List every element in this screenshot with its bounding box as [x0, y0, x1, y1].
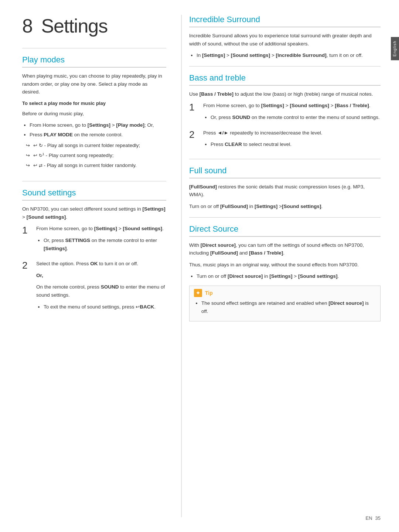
play-modes-before: Before or during music play,	[22, 110, 166, 118]
bass-step-2-wrapper: 2 Press ◄/► repeatedly to increase/decre…	[189, 129, 381, 152]
step-2-number: 2	[22, 260, 33, 271]
bass-treble-intro: Use [Bass / Treble] to adjust the low (b…	[189, 90, 381, 98]
list-item: Press CLEAR to select neutral level.	[211, 140, 381, 149]
play-modes-intro: When playing music, you can choose to pl…	[22, 72, 166, 96]
list-item: Turn on or off [Direct source] in [Setti…	[197, 272, 381, 280]
list-item: ↩ ⇄ - Play all songs in current folder r…	[26, 161, 166, 170]
list-item: Or, press SETTINGS on the remote control…	[44, 236, 166, 252]
full-sound-p2: Turn on or off [FullSound] in [Settings]…	[189, 202, 381, 211]
step-1-number: 1	[22, 225, 33, 236]
tip-label: Tip	[205, 290, 213, 296]
list-item: Or, press SOUND on the remote control to…	[211, 113, 381, 122]
incredible-surround-bullets: In [Settings] > [Sound settings] > [Incr…	[189, 51, 381, 59]
bass-step-1-wrapper: 1 From Home screen, go to [Settings] > […	[189, 102, 381, 125]
side-tab: English	[391, 37, 399, 60]
bass-step-2-number: 2	[189, 129, 200, 140]
chapter-number: 8	[22, 15, 33, 37]
step-1-bullets: Or, press SETTINGS on the remote control…	[36, 236, 166, 252]
step-2-main: Select the option. Press OK to turn it o…	[36, 260, 166, 268]
list-item: ↩ ↻ - Play all songs in current folder r…	[26, 141, 166, 150]
incredible-surround-heading: Incredible Surround	[189, 15, 381, 27]
divider-1	[22, 48, 166, 48]
bass-treble-heading: Bass and treble	[189, 73, 381, 86]
tip-box: ✦ Tip The sound effect settings are reta…	[189, 286, 381, 321]
tip-icon: ✦	[194, 289, 202, 297]
bass-step-1-content: From Home screen, go to [Settings] > [So…	[203, 102, 381, 121]
divider-4	[189, 159, 381, 159]
sound-settings-intro: On NP3700, you can select different soun…	[22, 205, 166, 221]
play-modes-heading: Play modes	[22, 55, 166, 68]
list-item: Press PLAY MODE on the remote control.	[30, 131, 166, 139]
bass-step-2-content: Press ◄/► repeatedly to increase/decreas…	[203, 129, 381, 149]
chapter-heading: 8 Settings	[22, 15, 166, 37]
direct-source-p2: Thus, music plays in an original way, wi…	[189, 261, 381, 269]
divider-3	[189, 66, 381, 66]
bass-step-1-text: From Home screen, go to [Settings] > [So…	[203, 102, 381, 110]
play-modes-bullets: From Home screen, go to [Settings] > [Pl…	[22, 121, 166, 139]
step-2-wrapper: 2 Select the option. Press OK to turn it…	[22, 260, 166, 314]
step-2-bullets: To exit the menu of sound settings, pres…	[36, 303, 166, 311]
chapter-title: Settings	[41, 15, 108, 37]
full-sound-p1: [FullSound] restores the sonic details t…	[189, 183, 381, 199]
page-number: 35	[375, 515, 381, 521]
list-item: From Home screen, go to [Settings] > [Pl…	[30, 121, 166, 129]
list-item: In [Settings] > [Sound settings] > [Incr…	[197, 51, 381, 59]
divider-5	[189, 217, 381, 218]
bass-step-1-number: 1	[189, 102, 200, 113]
direct-source-p1: With [Direct source], you can turn off t…	[189, 241, 381, 257]
page-footer: EN 35	[365, 515, 381, 521]
play-modes-sub-bullets: ↩ ↻ - Play all songs in current folder r…	[22, 141, 166, 170]
direct-source-heading: Direct Source	[189, 224, 381, 237]
step-2-content: Select the option. Press OK to turn it o…	[36, 260, 166, 311]
step-1-text: From Home screen, go to [Settings] > [So…	[36, 225, 166, 233]
divider-2	[22, 181, 166, 181]
list-item: The sound effect settings are retained a…	[201, 299, 376, 315]
tip-header: ✦ Tip	[194, 289, 376, 297]
step-2-or-text: On the remote control, press SOUND to en…	[36, 283, 166, 299]
list-item: To exit the menu of sound settings, pres…	[44, 303, 166, 311]
full-sound-heading: Full sound	[189, 166, 381, 178]
step-1-wrapper: 1 From Home screen, go to [Settings] > […	[22, 225, 166, 256]
step-2-or: Or,	[36, 272, 166, 280]
list-item: ↩ ↻1 - Play current song repeatedly;	[26, 151, 166, 160]
incredible-surround-intro: Incredible Surround allows you to experi…	[189, 32, 381, 48]
play-modes-subheading: To select a play mode for music play	[22, 100, 166, 108]
bass-step-1-bullets: Or, press SOUND on the remote control to…	[203, 113, 381, 122]
bass-step-2-text: Press ◄/► repeatedly to increase/decreas…	[203, 129, 381, 137]
step-1-content: From Home screen, go to [Settings] > [So…	[36, 225, 166, 252]
tip-bullets: The sound effect settings are retained a…	[194, 299, 376, 315]
direct-source-bullets: Turn on or off [Direct source] in [Setti…	[189, 272, 381, 280]
bass-step-2-bullets: Press CLEAR to select neutral level.	[203, 140, 381, 149]
sound-settings-heading: Sound settings	[22, 188, 166, 201]
page-lang: EN	[365, 515, 372, 521]
